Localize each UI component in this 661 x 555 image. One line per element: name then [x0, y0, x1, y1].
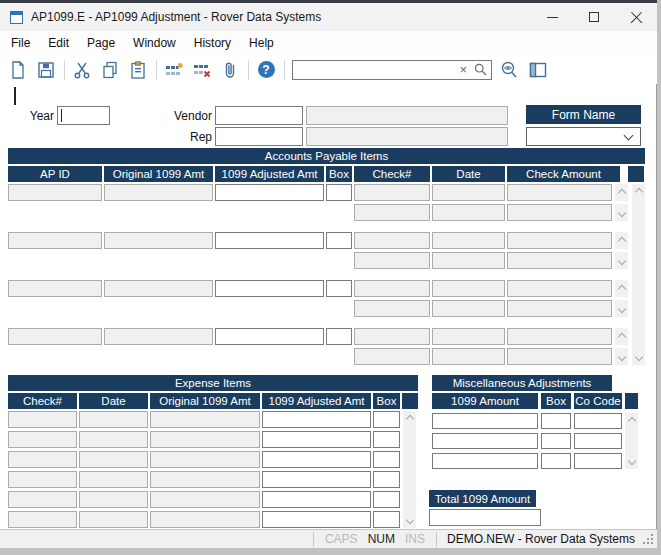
misc-co-code-field[interactable]	[574, 433, 622, 449]
misc-1099-amount-field[interactable]	[432, 413, 538, 429]
original-1099-amt-field	[150, 451, 260, 468]
search-input[interactable]	[293, 62, 456, 78]
rep-input[interactable]	[215, 127, 303, 146]
cut-button[interactable]	[70, 58, 94, 82]
check-amount-field	[507, 232, 612, 249]
date-field	[79, 491, 148, 508]
expense-header-row: Check#DateOriginal 1099 Amt1099 Adjusted…	[8, 393, 418, 409]
adjusted-1099-amt-field[interactable]	[215, 184, 324, 201]
close-button[interactable]	[615, 3, 657, 31]
insert-row-button[interactable]	[162, 58, 186, 82]
toolbar: ? ×	[0, 55, 657, 84]
misc-scrollbar[interactable]	[625, 413, 638, 469]
ap-column-header: Original 1099 Amt	[104, 166, 213, 182]
box-field[interactable]	[373, 451, 400, 468]
box-field[interactable]	[373, 471, 400, 488]
box-field[interactable]	[373, 511, 400, 528]
save-button[interactable]	[34, 58, 58, 82]
ins-indicator: INS	[405, 532, 425, 546]
delete-row-button[interactable]	[190, 58, 214, 82]
attachment-button[interactable]	[218, 58, 242, 82]
menu-help[interactable]: Help	[240, 32, 283, 54]
copy-button[interactable]	[98, 58, 122, 82]
scroll-up-icon[interactable]	[632, 184, 645, 200]
check-scroll-down-icon[interactable]	[615, 252, 628, 269]
ap-id-field[interactable]	[8, 232, 102, 249]
ap-column-header: 1099 Adjusted Amt	[215, 166, 324, 182]
original-1099-amt-field	[104, 328, 213, 345]
misc-box-field[interactable]	[541, 433, 571, 449]
menu-file[interactable]: File	[2, 32, 39, 54]
year-label: Year	[12, 109, 54, 123]
year-input[interactable]	[57, 106, 110, 125]
check-scroll-down-icon[interactable]	[615, 204, 628, 221]
box-field[interactable]	[326, 328, 352, 345]
adjusted-1099-amt-field[interactable]	[262, 451, 371, 468]
box-field[interactable]	[373, 431, 400, 448]
box-field[interactable]	[326, 232, 352, 249]
misc-box-field[interactable]	[541, 453, 571, 469]
resize-grip[interactable]	[643, 534, 653, 544]
adjusted-1099-amt-field[interactable]	[262, 431, 371, 448]
expense-column-header: Check#	[8, 393, 77, 409]
form-name-dropdown[interactable]	[526, 127, 641, 146]
search-icon[interactable]	[470, 63, 491, 76]
misc-box-field[interactable]	[541, 413, 571, 429]
original-1099-amt-field	[150, 511, 260, 528]
check-scroll-down-icon[interactable]	[615, 348, 628, 365]
box-field[interactable]	[326, 184, 352, 201]
ap-header-row: AP IDOriginal 1099 Amt1099 Adjusted AmtB…	[8, 166, 645, 182]
ap-id-field[interactable]	[8, 184, 102, 201]
scroll-down-icon[interactable]	[625, 453, 638, 469]
misc-1099-amount-field[interactable]	[432, 433, 538, 449]
check-scroll-up-icon[interactable]	[615, 328, 628, 345]
box-field[interactable]	[326, 280, 352, 297]
help-button[interactable]: ?	[254, 58, 278, 82]
minimize-button[interactable]	[531, 3, 573, 31]
menu-edit[interactable]: Edit	[39, 32, 78, 54]
expense-items-section: Expense Items Check#DateOriginal 1099 Am…	[8, 375, 418, 528]
ap-scrollbar[interactable]	[632, 184, 645, 365]
box-field[interactable]	[373, 411, 400, 428]
check-scroll-down-icon[interactable]	[615, 300, 628, 317]
check-number-field	[354, 204, 430, 221]
adjusted-1099-amt-field[interactable]	[262, 471, 371, 488]
check-scroll-up-icon[interactable]	[615, 232, 628, 249]
adjusted-1099-amt-field[interactable]	[215, 328, 324, 345]
adjusted-1099-amt-field[interactable]	[215, 232, 324, 249]
misc-co-code-field[interactable]	[574, 413, 622, 429]
new-document-icon	[8, 60, 28, 80]
paste-button[interactable]	[126, 58, 150, 82]
adjusted-1099-amt-field[interactable]	[262, 491, 371, 508]
adjusted-1099-amt-field[interactable]	[262, 411, 371, 428]
menu-history[interactable]: History	[185, 32, 240, 54]
scroll-up-icon[interactable]	[625, 413, 638, 429]
zoom-preview-button[interactable]	[498, 58, 522, 82]
menu-page[interactable]: Page	[78, 32, 124, 54]
check-scroll-up-icon[interactable]	[615, 280, 628, 297]
menu-window[interactable]: Window	[124, 32, 185, 54]
check-amount-field	[507, 280, 612, 297]
window-layout-button[interactable]	[526, 58, 550, 82]
scroll-up-icon[interactable]	[403, 411, 416, 427]
new-document-button[interactable]	[6, 58, 30, 82]
adjusted-1099-amt-field[interactable]	[262, 511, 371, 528]
vendor-input[interactable]	[215, 106, 303, 125]
scroll-down-icon[interactable]	[632, 349, 645, 365]
zoom-preview-icon	[499, 60, 521, 80]
ap-id-field[interactable]	[8, 328, 102, 345]
adjusted-1099-amt-field[interactable]	[215, 280, 324, 297]
maximize-button[interactable]	[573, 3, 615, 31]
clear-search-icon[interactable]: ×	[456, 63, 470, 76]
misc-co-code-field[interactable]	[574, 453, 622, 469]
box-field[interactable]	[373, 491, 400, 508]
scroll-down-icon[interactable]	[403, 512, 416, 528]
ap-id-field[interactable]	[8, 280, 102, 297]
window-controls	[531, 3, 657, 31]
check-scroll-up-icon[interactable]	[615, 184, 628, 201]
misc-header-row: 1099 AmountBoxCo Code	[432, 393, 638, 409]
caps-indicator: CAPS	[325, 532, 358, 546]
expense-scrollbar[interactable]	[403, 411, 416, 528]
misc-1099-amount-field[interactable]	[432, 453, 538, 469]
total-1099-field[interactable]	[429, 509, 541, 526]
